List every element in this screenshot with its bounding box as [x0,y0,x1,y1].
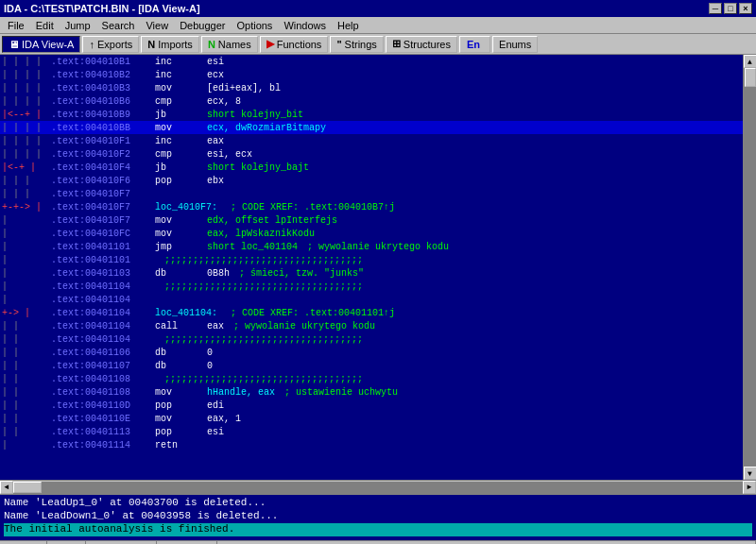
names-icon: N [208,39,215,50]
code-operand: 0 [207,361,213,371]
menu-windows[interactable]: Windows [278,19,332,32]
code-addr: .text:00401108 [51,387,155,398]
code-view[interactable]: | | | |.text:004010B1incesi| | | |.text:… [0,55,743,480]
tab-structures[interactable]: ⊞ Structures [386,36,457,53]
tab-en[interactable]: En [459,36,490,53]
code-operand: short loc_401104 [207,242,298,252]
scrollbar-bottom[interactable]: ◄ ► [0,480,756,493]
scroll-thumb[interactable] [745,68,756,87]
scrollbar-right[interactable]: ▲ ▼ [743,55,756,480]
code-arrows: | [2,281,51,292]
code-line: +-> |.text:00401104loc_401104:; CODE XRE… [0,306,743,319]
code-mnemonic: cmp [155,149,207,160]
code-line: |.text:00401104 [0,293,743,306]
tab-exports[interactable]: ↑ Exports [82,36,139,53]
title-bar: IDA - C:\TEST\PATCH.BIN - [IDA View-A] ─… [0,0,756,17]
code-line: | | | |.text:004010B3mov[edi+eax], bl [0,81,743,94]
code-mnemonic: inc [155,57,207,67]
menu-debugger[interactable]: Debugger [174,19,231,32]
tab-ida-view-a-label: IDA View-A [22,39,74,50]
code-comment: ; wywolanie ukrytego kodu [307,242,449,252]
menu-jump[interactable]: Jump [60,19,96,32]
tab-enums[interactable]: Enums [492,36,538,53]
tab-ida-view-a[interactable]: 🖥 IDA View-A [2,36,80,53]
tab-imports[interactable]: N Imports [141,36,199,53]
code-arrows: | [2,295,51,305]
code-operand: ecx, dwRozmiarBitmapy [207,123,326,133]
code-operand: [edi+eax], bl [207,83,281,94]
ida-view-icon: 🖥 [9,39,19,50]
code-arrows: | [2,215,51,226]
menu-view[interactable]: View [140,19,174,32]
code-arrows: | [2,242,51,252]
code-operand: edx, offset lpInterfejs [207,215,337,226]
code-addr: .text:00401113 [51,427,155,437]
code-addr: .text:004010F7 [51,215,155,226]
code-operand: eax [207,136,224,146]
code-arrows: | | | | [2,96,51,107]
code-arrows: | | [2,387,51,398]
code-addr: .text:00401101 [51,242,155,252]
code-arrows: | | [2,321,51,332]
menu-options[interactable]: Options [231,19,278,32]
maximize-button[interactable]: □ [724,3,737,14]
menu-help[interactable]: Help [332,19,365,32]
code-mnemonic: call [155,321,207,332]
code-arrows: | [2,255,51,265]
tab-names[interactable]: N Names [201,36,258,53]
code-line: |.text:004010F7movedx, offset lpInterfej… [0,213,743,227]
code-line: |.text:00401104;;;;;;;;;;;;;;;;;;;;;;;;;… [0,280,743,293]
code-arrows: |<-+ | [2,162,51,173]
code-addr: .text:004010F7 [51,189,155,199]
code-operand: ecx [207,70,224,80]
code-line: | | |.text:004010F6popebx [0,174,743,187]
tab-imports-label: Imports [158,39,193,50]
log-line: Name 'LeadDown1_0' at 00403958 is delete… [4,510,752,523]
minimize-button[interactable]: ─ [709,3,722,14]
close-button[interactable]: × [739,3,752,14]
code-line: | | |.text:004010F7 [0,187,743,200]
code-addr: .text:004010FC [51,229,155,239]
code-comment: ;;;;;;;;;;;;;;;;;;;;;;;;;;;;;;;;;;; [164,374,363,384]
menu-bar: File Edit Jump Search View Debugger Opti… [0,17,756,34]
code-addr: .text:00401104 [51,321,155,332]
title-bar-title: IDA - C:\TEST\PATCH.BIN - [IDA View-A] [4,3,200,14]
tab-functions[interactable]: ▶ Functions [260,36,329,53]
code-line: |<-+ |.text:004010F4jbshort kolejny_bajt [0,161,743,174]
code-label: loc_401104: [155,308,217,318]
code-operand: hHandle, eax [207,387,275,398]
en-icon: En [466,39,481,50]
code-mnemonic: inc [155,136,207,146]
menu-edit[interactable]: Edit [30,19,60,32]
code-operand: esi, ecx [207,149,252,160]
menu-file[interactable]: File [2,19,30,32]
code-addr: .text:004010B2 [51,70,155,80]
hscroll-thumb[interactable] [13,482,42,493]
scroll-up-arrow[interactable]: ▲ [744,55,757,68]
code-arrows: | | | | [2,83,51,94]
code-mnemonic: jb [155,162,207,173]
tab-strings-label: Strings [345,39,377,50]
hscroll-right-arrow[interactable]: ► [743,481,756,494]
code-addr: .text:004010F7 [51,202,155,212]
code-addr: .text:004010F4 [51,162,155,173]
code-operand: esi [207,427,224,437]
hscroll-left-arrow[interactable]: ◄ [0,481,13,494]
code-operand: edi [207,400,224,411]
code-line: |.text:00401101jmpshort loc_401104; wywo… [0,240,743,253]
code-mnemonic: mov [155,123,207,133]
menu-search[interactable]: Search [96,19,141,32]
code-comment: ;;;;;;;;;;;;;;;;;;;;;;;;;;;;;;;;;;; [164,281,363,292]
scroll-down-arrow[interactable]: ▼ [744,467,757,480]
structures-icon: ⊞ [392,38,401,50]
code-operand: eax, 1 [207,414,241,424]
code-mnemonic: db [155,268,207,279]
code-mnemonic: mov [155,387,207,398]
tab-strings[interactable]: " Strings [330,36,383,53]
code-arrows: | | [2,374,51,384]
code-line: |.text:00401114retn [0,438,743,451]
code-line: | |.text:00401106db0 [0,346,743,359]
code-line: | | | |.text:004010F1inceax [0,134,743,147]
code-mnemonic: mov [155,229,207,239]
log-line: The initial autoanalysis is finished. [4,523,752,536]
